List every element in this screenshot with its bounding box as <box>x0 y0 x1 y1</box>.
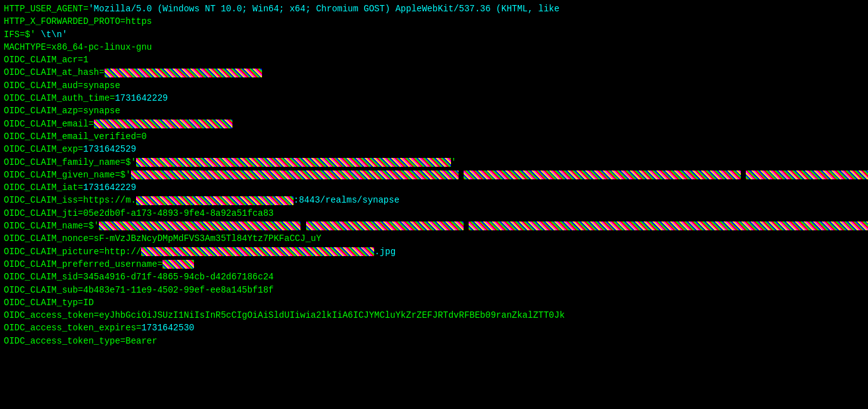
line-oidc-name: OIDC_CLAIM_name=$' <box>4 220 864 232</box>
line-oidc-auth-time: OIDC_CLAIM_auth_time=1731642229 <box>4 92 864 104</box>
line-oidc-sub: OIDC_CLAIM_sub=4b483e71-11e9-4502-99ef-e… <box>4 284 864 296</box>
line-oidc-exp: OIDC_CLAIM_exp=1731642529 <box>4 143 864 155</box>
line-oidc-sid: OIDC_CLAIM_sid=345a4916-d71f-4865-94cb-d… <box>4 271 864 283</box>
line-http-forwarded: HTTP_X_FORWARDED_PROTO=https <box>4 15 864 28</box>
terminal-output: HTTP_USER_AGENT='Mozilla/5.0 (Windows NT… <box>4 3 864 347</box>
line-oidc-pref-user: OIDC_CLAIM_preferred_username= <box>4 258 864 271</box>
line-machtype: MACHTYPE=x86_64-pc-linux-gnu <box>4 41 864 53</box>
line-oidc-email-verified: OIDC_CLAIM_email_verified=0 <box>4 130 864 143</box>
line-oidc-access-token-expires: OIDC_access_token_expires=1731642530 <box>4 322 864 334</box>
line-oidc-jti: OIDC_CLAIM_jti=05e2db0f-a173-4893-9fe4-8… <box>4 207 864 220</box>
line-oidc-access-token: OIDC_access_token=eyJhbGciOiJSUzI1NiIsIn… <box>4 309 864 322</box>
line-oidc-aud: OIDC_CLAIM_aud=synapse <box>4 79 864 92</box>
line-oidc-email: OIDC_CLAIM_email= <box>4 118 864 130</box>
line-http-user-agent: HTTP_USER_AGENT='Mozilla/5.0 (Windows NT… <box>4 3 864 15</box>
line-oidc-typ: OIDC_CLAIM_typ=ID <box>4 296 864 309</box>
line-oidc-acr: OIDC_CLAIM_acr=1 <box>4 53 864 66</box>
line-oidc-azp: OIDC_CLAIM_azp=synapse <box>4 104 864 117</box>
line-oidc-nonce: OIDC_CLAIM_nonce=sF-mVzJBzNcyDMpMdFVS3Am… <box>4 232 864 245</box>
line-oidc-given-name: OIDC_CLAIM_given_name=$' <box>4 169 864 181</box>
line-oidc-at-hash: OIDC_CLAIM_at_hash= <box>4 66 864 79</box>
line-oidc-iat: OIDC_CLAIM_iat=1731642229 <box>4 181 864 194</box>
line-ifs: IFS=$' \t\n' <box>4 28 864 41</box>
line-oidc-family-name: OIDC_CLAIM_family_name=$' ' <box>4 156 864 169</box>
line-oidc-iss: OIDC_CLAIM_iss=https://m. :8443/realms/s… <box>4 194 864 206</box>
line-oidc-picture: OIDC_CLAIM_picture=http:// <box>4 245 864 258</box>
line-oidc-access-token-type: OIDC_access_token_type=Bearer <box>4 335 864 347</box>
